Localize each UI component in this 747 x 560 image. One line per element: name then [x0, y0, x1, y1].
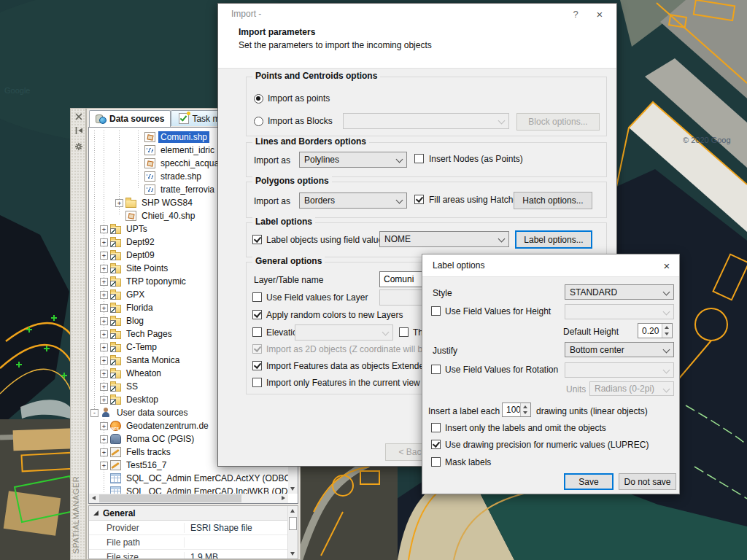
tree-item-label: GPX: [124, 289, 147, 300]
property-row[interactable]: File path: [89, 535, 298, 550]
lines-import-as-combo[interactable]: Polylines: [299, 152, 407, 168]
current-view-checkbox[interactable]: [252, 378, 262, 387]
expand-toggle[interactable]: +: [115, 199, 123, 207]
insert-nodes-checkbox[interactable]: [414, 154, 424, 163]
label-objects-checkbox[interactable]: [252, 235, 262, 244]
expand-toggle[interactable]: +: [100, 330, 108, 338]
properties-group-label: General: [103, 508, 136, 518]
tree-item-label: Comuni.shp: [158, 131, 209, 143]
use-field-values-layer-label: Use Field values for Layer: [266, 292, 368, 303]
label-field-combo[interactable]: NOME: [379, 231, 509, 247]
default-height-spinner[interactable]: 0.20: [638, 323, 673, 338]
expand-toggle[interactable]: +: [100, 435, 108, 443]
import-as-blocks-radio[interactable]: [254, 117, 263, 126]
expand-toggle[interactable]: +: [100, 462, 108, 470]
group-title: General options: [252, 256, 325, 266]
style-combo[interactable]: STANDARD: [565, 284, 674, 300]
extended-data-checkbox[interactable]: [252, 361, 262, 370]
drawing-precision-checkbox[interactable]: [431, 440, 441, 449]
label-options-group: Label options Label objects using field …: [246, 222, 607, 257]
spinner-arrows[interactable]: [520, 403, 530, 416]
tree-item-label: Chieti_40.shp: [139, 210, 197, 222]
tree-item-label: Dept09: [124, 249, 157, 261]
label-options-button[interactable]: Label options...: [515, 230, 592, 249]
expand-toggle[interactable]: [134, 173, 142, 181]
label-each-spinner[interactable]: 100: [502, 402, 531, 417]
expand-toggle[interactable]: +: [100, 317, 108, 325]
chevron-down-icon: [663, 367, 670, 374]
field-values-height-checkbox[interactable]: [431, 306, 441, 316]
close-button[interactable]: ×: [592, 7, 608, 21]
tree-item-label: Wheaton: [124, 368, 163, 379]
expand-toggle[interactable]: +: [100, 291, 108, 299]
properties-group-header[interactable]: General: [89, 506, 298, 521]
expand-toggle[interactable]: +: [100, 304, 108, 312]
expand-toggle[interactable]: +: [100, 383, 108, 391]
expand-toggle[interactable]: +: [100, 252, 108, 260]
elevation-checkbox[interactable]: [252, 327, 262, 337]
combo-value: STANDARD: [570, 287, 617, 298]
height-field-combo[interactable]: [565, 304, 674, 319]
task-manager-icon: [179, 113, 189, 124]
expand-toggle[interactable]: +: [100, 225, 108, 233]
expand-toggle[interactable]: +: [100, 238, 108, 246]
expand-toggle[interactable]: [134, 160, 142, 168]
expand-toggle[interactable]: [134, 147, 142, 155]
tree-item-label: UPTs: [124, 223, 150, 235]
layer-table-name-label: Layer/Table name: [254, 275, 323, 285]
application-window: © 2020 Goog Google SPATIALMANAGER Data s…: [0, 0, 747, 560]
expand-toggle[interactable]: +: [100, 343, 108, 351]
panel-grip-bar[interactable]: SPATIALMANAGER: [70, 108, 86, 560]
help-button[interactable]: ?: [568, 7, 583, 21]
properties-scrollbar[interactable]: [287, 506, 298, 559]
property-row[interactable]: Provider ESRI Shape file: [89, 521, 298, 535]
fill-hatches-checkbox[interactable]: [414, 195, 424, 204]
tree-item-label: C-Temp: [124, 341, 159, 353]
tree-item-label: Desktop: [124, 394, 160, 405]
expand-toggle[interactable]: -: [90, 409, 98, 417]
close-button[interactable]: ×: [659, 258, 675, 273]
combo-value: Borders: [304, 195, 335, 206]
property-name: File size: [89, 552, 185, 560]
tree-item[interactable]: SQL_OC_Admin EmerCAD.ActXY (ODBC: [89, 472, 288, 485]
expand-toggle[interactable]: +: [100, 265, 108, 273]
expand-toggle[interactable]: +: [100, 370, 108, 378]
expand-toggle[interactable]: +: [100, 278, 108, 286]
expand-toggle[interactable]: +: [100, 422, 108, 430]
do-not-save-button[interactable]: Do not save: [619, 473, 676, 490]
mask-labels-checkbox[interactable]: [431, 457, 441, 467]
extended-data-label: Import Features data as objects Extended…: [266, 361, 442, 371]
property-row[interactable]: File size 1.9 MB: [89, 550, 298, 559]
expand-toggle[interactable]: [134, 133, 142, 141]
units-combo[interactable]: Radians (0-2pi): [589, 381, 674, 396]
expand-toggle[interactable]: +: [100, 396, 108, 404]
field-values-rotation-checkbox[interactable]: [431, 365, 441, 374]
panel-close-icon[interactable]: [74, 112, 83, 121]
labels-only-checkbox[interactable]: [431, 423, 441, 432]
expand-toggle[interactable]: [134, 186, 142, 194]
polygons-import-as-combo[interactable]: Borders: [299, 192, 407, 209]
hatch-options-button[interactable]: Hatch options...: [514, 192, 592, 209]
tree-horizontal-scrollbar[interactable]: [89, 494, 288, 503]
expand-toggle[interactable]: +: [100, 357, 108, 365]
spinner-arrows[interactable]: [662, 324, 672, 338]
panel-pin-icon[interactable]: [74, 126, 83, 135]
tab-data-sources[interactable]: Data sources: [89, 110, 171, 127]
justify-combo[interactable]: Bottom center: [565, 342, 674, 357]
save-button[interactable]: Save: [564, 473, 614, 490]
expand-toggle[interactable]: [100, 475, 108, 483]
rotation-field-combo[interactable]: [565, 362, 674, 378]
block-options-button[interactable]: Block options...: [516, 113, 600, 131]
import-as-points-radio[interactable]: [254, 94, 263, 104]
blocks-combo[interactable]: [343, 113, 509, 129]
thickness-checkbox[interactable]: [399, 327, 409, 337]
random-colors-checkbox[interactable]: [252, 310, 262, 319]
use-field-values-layer-checkbox[interactable]: [252, 292, 262, 302]
elevation-combo[interactable]: [295, 324, 393, 341]
chevron-down-icon: [663, 346, 670, 354]
tree-item-label: Fells tracks: [124, 446, 173, 458]
expand-toggle[interactable]: +: [100, 448, 108, 456]
panel-settings-gear-icon[interactable]: [74, 142, 83, 151]
expand-toggle[interactable]: [115, 212, 123, 220]
import-2d-checkbox[interactable]: [252, 344, 262, 354]
